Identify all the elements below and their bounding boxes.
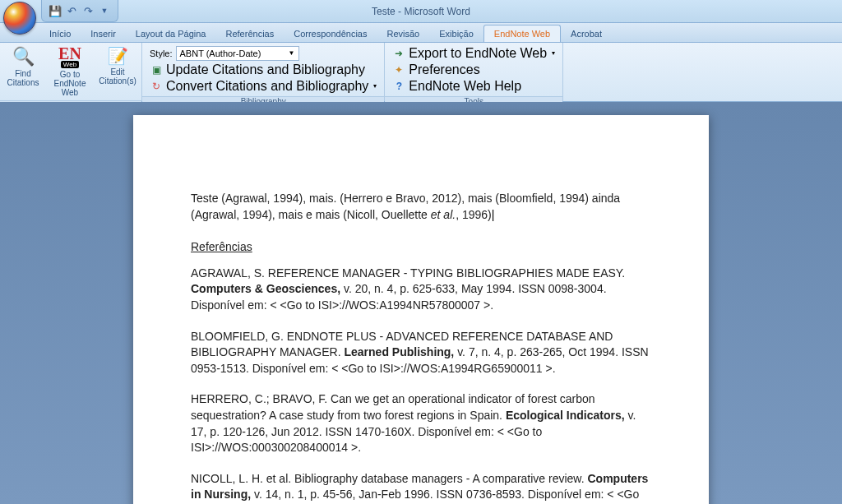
references-heading: Referências (191, 239, 651, 256)
quick-access-toolbar: 💾 ↶ ↷ ▼ (41, 0, 118, 22)
style-row: Style: ABNT (Author-Date) ▼ (147, 45, 302, 61)
help-button[interactable]: ? EndNote Web Help (390, 78, 524, 94)
convert-citations-button[interactable]: ↻ Convert Citations and Bibliography ▾ (147, 78, 379, 94)
reference-entry: AGRAWAL, S. REFERENCE MANAGER - TYPING B… (191, 266, 651, 314)
tab-inicio[interactable]: Início (39, 25, 81, 42)
export-endnote-button[interactable]: ➜ Export to EndNote Web ▾ (390, 45, 557, 61)
update-icon: ▣ (150, 63, 163, 76)
window-title: Teste - Microsoft Word (0, 6, 842, 17)
style-value: ABNT (Author-Date) (180, 49, 261, 58)
group-tools: ➜ Export to EndNote Web ▾ ✦ Preferences … (385, 43, 563, 101)
group-bibliography: Style: ABNT (Author-Date) ▼ ▣ Update Cit… (142, 43, 385, 101)
pencil-paper-icon: 📝 (108, 46, 128, 66)
redo-icon[interactable]: ↷ (81, 4, 95, 17)
document-page[interactable]: Teste (Agrawal, 1994), mais. (Herrero e … (133, 115, 709, 504)
edit-citations-button[interactable]: 📝 Edit Citation(s) (97, 44, 138, 87)
office-button[interactable] (3, 2, 36, 35)
tab-endnote-web[interactable]: EndNote Web (483, 25, 561, 42)
reference-entry: HERRERO, C.; BRAVO, F. Can we get an ope… (191, 391, 651, 455)
reference-entry: BLOOMFIELD, G. ENDNOTE PLUS - ADVANCED R… (191, 329, 651, 377)
chevron-down-icon: ▼ (289, 49, 295, 57)
tab-correspondencias[interactable]: Correspondências (284, 25, 377, 42)
title-bar: 💾 ↶ ↷ ▼ Teste - Microsoft Word (0, 0, 842, 23)
convert-icon: ↻ (150, 80, 163, 93)
tab-exibicao[interactable]: Exibição (429, 25, 483, 42)
style-label: Style: (150, 49, 173, 58)
document-area[interactable]: Teste (Agrawal, 1994), mais. (Herrero e … (0, 102, 842, 504)
tab-referencias[interactable]: Referências (216, 25, 285, 42)
tab-acrobat[interactable]: Acrobat (561, 25, 612, 42)
body-paragraph: Teste (Agrawal, 1994), mais. (Herrero e … (191, 191, 651, 223)
export-icon: ➜ (392, 47, 405, 60)
ribbon: 🔍 Find Citations ENWeb Go to EndNote Web… (0, 43, 842, 102)
tab-inserir[interactable]: Inserir (81, 25, 126, 42)
find-citations-button[interactable]: 🔍 Find Citations (3, 44, 43, 89)
tab-revisao[interactable]: Revisão (377, 25, 429, 42)
preferences-icon: ✦ (392, 63, 405, 76)
qat-dropdown-icon[interactable]: ▼ (98, 4, 111, 17)
chevron-down-icon: ▾ (373, 82, 377, 90)
undo-icon[interactable]: ↶ (65, 4, 78, 17)
preferences-button[interactable]: ✦ Preferences (390, 62, 482, 77)
tab-layout[interactable]: Layout da Página (126, 25, 216, 42)
goto-endnote-button[interactable]: ENWeb Go to EndNote Web (43, 44, 97, 99)
endnote-logo-icon: ENWeb (58, 46, 81, 68)
reference-entry: NICOLL, L. H. et al. Bibliography databa… (191, 471, 651, 504)
ribbon-tabs: Início Inserir Layout da Página Referênc… (0, 23, 842, 43)
chevron-down-icon: ▾ (552, 49, 555, 57)
update-citations-button[interactable]: ▣ Update Citations and Bibliography (147, 62, 368, 77)
style-dropdown[interactable]: ABNT (Author-Date) ▼ (176, 46, 299, 61)
group-citations: 🔍 Find Citations ENWeb Go to EndNote Web… (0, 43, 142, 101)
help-icon: ? (392, 80, 405, 93)
magnifier-icon: 🔍 (12, 46, 35, 67)
save-icon[interactable]: 💾 (49, 4, 62, 17)
